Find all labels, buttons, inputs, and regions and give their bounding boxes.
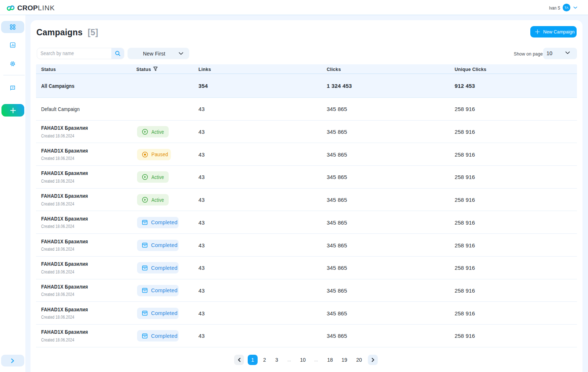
svg-text:?: ? bbox=[12, 86, 14, 89]
